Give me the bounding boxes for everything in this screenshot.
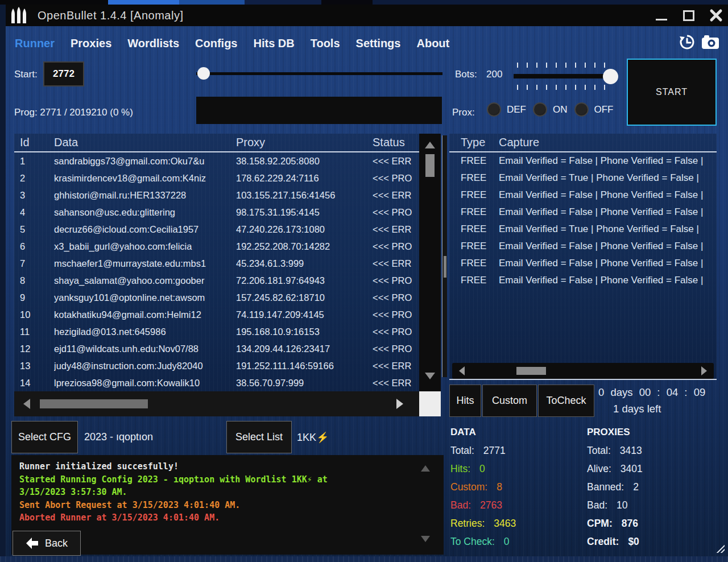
column-header-type[interactable]: Type	[461, 136, 499, 149]
cell-id: 5	[20, 221, 54, 238]
capture-row[interactable]: FREEEmail Verified = True | Phone Verifi…	[449, 221, 717, 238]
nav-tab-about[interactable]: About	[416, 37, 449, 50]
slider-track[interactable]	[196, 72, 442, 75]
table-row[interactable]: 2krasimirdencev18@gmail.com:K4niz178.62.…	[14, 170, 419, 187]
table-row[interactable]: 8shaya_salamat@yahoo.com:goober72.206.18…	[14, 272, 419, 289]
prox-option-def[interactable]: DEF	[487, 102, 526, 117]
capture-row[interactable]: FREEEmail Verified = False | Phone Verif…	[449, 238, 717, 255]
tab-custom[interactable]: Custom	[482, 385, 537, 417]
cell-proxy: 38.158.92.205:8080	[236, 152, 373, 170]
scroll-down-icon[interactable]	[421, 536, 430, 542]
results-vertical-scrollbar[interactable]	[419, 134, 441, 391]
cell-status: <<< ERR	[373, 357, 419, 374]
start-button[interactable]: START	[627, 59, 717, 126]
stat-value: 3463	[494, 514, 516, 532]
cell-proxy: 192.252.208.70:14282	[236, 238, 373, 255]
select-cfg-button[interactable]: Select CFG	[11, 421, 78, 453]
capture-row[interactable]: FREEEmail Verified = False | Phone Verif…	[449, 255, 717, 272]
nav-tab-runner[interactable]: Runner	[15, 37, 55, 50]
table-row[interactable]: 6x3_babii_gurl@yahoo.com:felicia192.252.…	[14, 238, 419, 255]
capture-row[interactable]: FREEEmail Verified = False | Phone Verif…	[449, 152, 717, 170]
scroll-right-icon[interactable]	[701, 366, 707, 375]
table-row[interactable]: 10kotakhatiku94@gmail.com:Helmi1274.119.…	[14, 306, 419, 323]
maximize-button[interactable]	[681, 7, 696, 23]
cell-proxy: 72.206.181.97:64943	[236, 272, 373, 289]
table-row[interactable]: 7mschaefer1@murraystate.edu:mbs145.234.6…	[14, 255, 419, 272]
wordlist-name: 1KK⚡	[297, 421, 329, 453]
background-window-sliver	[245, 0, 321, 5]
capture-row[interactable]: FREEEmail Verified = True | Phone Verifi…	[449, 170, 717, 187]
stat-label: Bad:	[587, 496, 607, 514]
prox-option-off[interactable]: OFF	[574, 102, 614, 117]
scroll-left-icon[interactable]	[459, 366, 465, 375]
scroll-down-icon[interactable]	[425, 373, 435, 379]
cell-status: <<< PRO	[373, 306, 419, 323]
column-header-capture[interactable]: Capture	[499, 136, 539, 149]
history-clock-icon[interactable]	[678, 33, 696, 51]
minimize-icon	[656, 19, 667, 20]
table-row[interactable]: 13judy48@instruction.com:Judy82040191.25…	[14, 357, 419, 374]
cell-type: FREE	[461, 170, 499, 187]
start-input[interactable]	[43, 61, 84, 86]
scrollbar-thumb[interactable]	[444, 256, 446, 278]
camera-icon[interactable]	[701, 34, 720, 51]
back-button-label: Back	[45, 538, 68, 549]
back-button[interactable]: Back	[13, 531, 81, 556]
table-row[interactable]: 12ejd11@wildcats.unh.edu:Nov07/88134.209…	[14, 340, 419, 357]
cell-type: FREE	[461, 272, 499, 289]
cell-type: FREE	[461, 238, 499, 255]
slider-track[interactable]	[514, 74, 615, 78]
nav-tab-tools[interactable]: Tools	[311, 37, 340, 50]
slider-thumb[interactable]	[603, 69, 618, 84]
capture-row[interactable]: FREEEmail Verified = False | Phone Verif…	[449, 204, 717, 221]
nav-tab-hits-db[interactable]: Hits DB	[253, 37, 294, 50]
cell-id: 14	[20, 374, 54, 391]
table-row[interactable]: 4sahanson@usc.edu:glittering98.175.31.19…	[14, 204, 419, 221]
slider-thumb[interactable]	[197, 67, 210, 80]
cell-proxy: 157.245.82.62:18710	[236, 289, 373, 306]
scroll-up-icon[interactable]	[421, 465, 430, 472]
scrollbar-thumb[interactable]	[516, 367, 546, 375]
results-horizontal-scrollbar[interactable]	[14, 391, 419, 416]
scrollbar-thumb[interactable]	[425, 154, 435, 177]
table-row[interactable]: 3ghhistori@mail.ru:HER1337228103.155.217…	[14, 187, 419, 204]
bots-slider[interactable]	[514, 61, 615, 91]
column-header-id[interactable]: Id	[20, 136, 54, 149]
stat-alive: Alive:3401	[587, 460, 723, 478]
radio-button[interactable]	[574, 102, 589, 117]
capture-row[interactable]: FREEEmail Verified = False | Phone Verif…	[449, 187, 717, 204]
close-button[interactable]	[709, 7, 723, 23]
capture-vertical-scrollbar[interactable]	[442, 135, 447, 377]
back-arrow-icon	[26, 537, 39, 549]
scrollbar-thumb[interactable]	[40, 399, 148, 408]
tab-tocheck[interactable]: ToCheck	[538, 385, 594, 417]
radio-button[interactable]	[487, 102, 501, 117]
nav-tab-settings[interactable]: Settings	[356, 37, 401, 50]
column-header-data[interactable]: Data	[54, 136, 236, 149]
tab-hits[interactable]: Hits	[449, 385, 481, 417]
prox-option-on[interactable]: ON	[533, 102, 568, 117]
progress-slider[interactable]	[196, 67, 442, 80]
select-list-button[interactable]: Select List	[226, 421, 292, 453]
table-row[interactable]: 5decruz66@icloud.com:Cecilia195747.240.2…	[14, 221, 419, 238]
radio-button[interactable]	[533, 102, 547, 117]
nav-tab-wordlists[interactable]: Wordlists	[127, 37, 179, 50]
table-row[interactable]: 9yanksguy101@optonline.net:awsom157.245.…	[14, 289, 419, 306]
column-header-proxy[interactable]: Proxy	[236, 136, 373, 149]
stat-value: 2763	[480, 496, 502, 514]
cell-data: hezigilad@013.net:645986	[54, 323, 236, 340]
scroll-left-icon[interactable]	[23, 399, 30, 409]
nav-tab-proxies[interactable]: Proxies	[71, 37, 111, 50]
table-row[interactable]: 1sandrabiggs73@gmail.com:Oku7&u38.158.92…	[14, 152, 419, 170]
cell-data: x3_babii_gurl@yahoo.com:felicia	[54, 238, 236, 255]
capture-horizontal-scrollbar[interactable]	[452, 363, 714, 379]
table-row[interactable]: 11hezigilad@013.net:645986195.168.10.9:1…	[14, 323, 419, 340]
capture-row[interactable]: FREEEmail Verified = False | Phone Verif…	[449, 272, 717, 289]
capture-header: Type Capture	[449, 134, 717, 152]
scroll-right-icon[interactable]	[396, 399, 403, 409]
table-row[interactable]: 14lpreziosa98@gmail.com:Kowalik1038.56.7…	[14, 374, 419, 391]
scroll-up-icon[interactable]	[425, 142, 435, 148]
nav-tab-configs[interactable]: Configs	[195, 37, 237, 50]
column-header-status[interactable]: Status	[373, 136, 419, 149]
minimize-button[interactable]	[654, 7, 669, 23]
